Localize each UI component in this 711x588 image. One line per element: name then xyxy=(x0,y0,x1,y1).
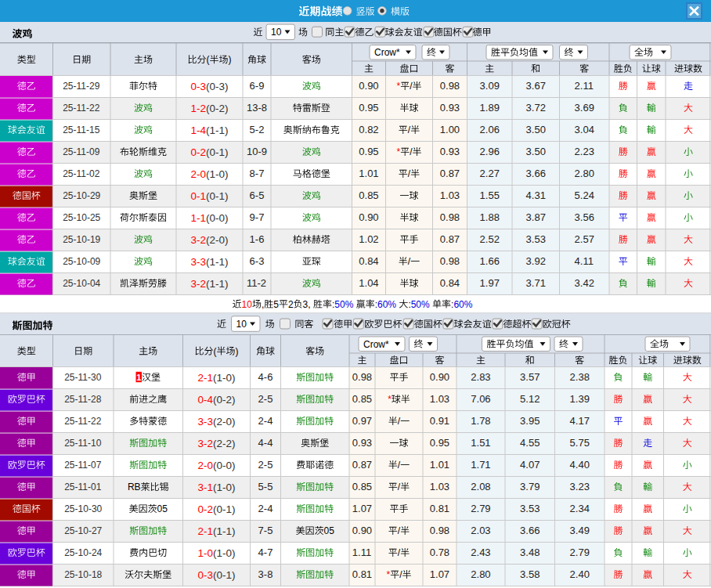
svg-text:0.82: 0.82 xyxy=(359,124,378,135)
svg-text:0.87: 0.87 xyxy=(440,168,460,179)
svg-text:(0-2): (0-2) xyxy=(206,103,229,114)
svg-text:(1-1): (1-1) xyxy=(206,124,229,136)
svg-text:2-0: 2-0 xyxy=(198,460,214,471)
svg-text:4.55: 4.55 xyxy=(520,437,540,449)
svg-text:2.40: 2.40 xyxy=(570,568,590,580)
svg-text:25-10-30: 25-10-30 xyxy=(64,503,102,514)
svg-text:(2-0): (2-0) xyxy=(206,234,229,246)
svg-text:0.85: 0.85 xyxy=(352,481,372,492)
svg-text:4-6: 4-6 xyxy=(258,371,273,383)
svg-text:0.95: 0.95 xyxy=(430,437,449,449)
svg-text:0.87: 0.87 xyxy=(352,459,372,471)
svg-text:2.43: 2.43 xyxy=(471,547,490,558)
svg-text:1-2: 1-2 xyxy=(191,103,207,114)
svg-text:6-9: 6-9 xyxy=(250,80,265,92)
svg-text:*: * xyxy=(397,81,401,92)
svg-text:0.84: 0.84 xyxy=(359,255,378,267)
svg-text:2-5: 2-5 xyxy=(258,459,273,471)
svg-text:4.07: 4.07 xyxy=(520,459,540,471)
svg-text:(0-1): (0-1) xyxy=(213,569,236,581)
svg-text:4.40: 4.40 xyxy=(570,459,590,471)
svg-text:0.95: 0.95 xyxy=(359,102,378,114)
svg-text:2.06: 2.06 xyxy=(480,124,500,135)
svg-text:3.58: 3.58 xyxy=(520,568,540,580)
svg-text:25-10-18: 25-10-18 xyxy=(64,569,102,580)
svg-text:25-11-29: 25-11-29 xyxy=(63,81,99,92)
svg-text:2-1: 2-1 xyxy=(198,525,214,537)
svg-text:1.07: 1.07 xyxy=(430,568,449,580)
svg-text:0.81: 0.81 xyxy=(430,503,449,514)
svg-text:3.79: 3.79 xyxy=(520,481,540,492)
svg-text:0-2: 0-2 xyxy=(191,146,207,158)
svg-text:3.67: 3.67 xyxy=(526,80,546,92)
svg-text:1.39: 1.39 xyxy=(570,393,590,405)
svg-text:3.87: 3.87 xyxy=(526,211,546,223)
svg-text:3-2: 3-2 xyxy=(191,278,207,290)
svg-text:3.92: 3.92 xyxy=(526,255,546,267)
svg-text:(: ( xyxy=(207,54,210,65)
svg-text:3-2: 3-2 xyxy=(191,234,207,246)
svg-text:3.49: 3.49 xyxy=(570,525,590,536)
svg-text:3.09: 3.09 xyxy=(480,80,500,92)
svg-text:0-3: 0-3 xyxy=(191,81,207,92)
svg-text:3,: 3, xyxy=(303,299,311,310)
svg-text:2.38: 2.38 xyxy=(570,371,590,383)
svg-text:3.71: 3.71 xyxy=(526,277,546,289)
svg-text:3.04: 3.04 xyxy=(575,124,594,135)
svg-text:5.24: 5.24 xyxy=(575,189,594,201)
svg-text:2.79: 2.79 xyxy=(570,547,590,558)
svg-text:1.03: 1.03 xyxy=(440,189,460,201)
svg-text:3-8: 3-8 xyxy=(258,568,273,580)
svg-text:25-10-29: 25-10-29 xyxy=(63,190,100,201)
svg-text:(0-0): (0-0) xyxy=(213,460,236,471)
svg-text:1-1: 1-1 xyxy=(191,212,207,224)
svg-text:0.90: 0.90 xyxy=(352,525,372,536)
svg-text:3.23: 3.23 xyxy=(570,481,590,492)
svg-text:3.50: 3.50 xyxy=(526,124,546,135)
svg-text:0.85: 0.85 xyxy=(352,393,372,405)
svg-text:1.04: 1.04 xyxy=(359,277,378,289)
svg-text:0.98: 0.98 xyxy=(430,525,449,536)
svg-text:25-11-28: 25-11-28 xyxy=(64,394,101,405)
svg-text:2.11: 2.11 xyxy=(575,80,594,92)
svg-text:0.98: 0.98 xyxy=(352,371,372,383)
svg-text:1.78: 1.78 xyxy=(471,415,490,427)
svg-text:1.02: 1.02 xyxy=(359,233,378,245)
svg-text:25-10-25: 25-10-25 xyxy=(63,212,100,223)
svg-text:4.11: 4.11 xyxy=(575,255,594,267)
svg-text:3-2: 3-2 xyxy=(198,438,214,449)
svg-text:0.97: 0.97 xyxy=(352,415,372,427)
svg-text:1-0: 1-0 xyxy=(198,547,214,559)
svg-text:(1-0): (1-0) xyxy=(213,482,236,493)
svg-text:1.01: 1.01 xyxy=(359,168,378,179)
svg-text:3.56: 3.56 xyxy=(575,211,594,223)
svg-text:0.84: 0.84 xyxy=(440,277,460,289)
svg-text:0.91: 0.91 xyxy=(430,415,449,427)
svg-text:25-11-02: 25-11-02 xyxy=(63,168,99,179)
svg-text:(: ( xyxy=(214,346,217,357)
svg-text:Crow*: Crow* xyxy=(363,339,389,350)
svg-text:(0-0): (0-0) xyxy=(206,212,229,224)
svg-text:(0-2): (0-2) xyxy=(213,394,236,406)
svg-text:3-3: 3-3 xyxy=(191,256,207,268)
svg-text:3.48: 3.48 xyxy=(520,547,540,558)
svg-text:7.06: 7.06 xyxy=(471,393,490,405)
svg-text:(1-0): (1-0) xyxy=(213,547,236,559)
svg-text:3.53: 3.53 xyxy=(520,503,540,514)
svg-text:(1-1): (1-1) xyxy=(206,256,229,268)
svg-text:60%: 60% xyxy=(453,299,472,310)
svg-text:0.98: 0.98 xyxy=(440,80,460,92)
svg-text:3.69: 3.69 xyxy=(575,102,594,114)
svg-text:05: 05 xyxy=(324,525,335,536)
svg-text:0.93: 0.93 xyxy=(352,437,372,449)
svg-text:5: 5 xyxy=(273,299,279,310)
svg-text:2-4: 2-4 xyxy=(258,503,273,514)
svg-text:(1-0): (1-0) xyxy=(213,372,236,384)
svg-text:1-6: 1-6 xyxy=(250,233,265,245)
svg-text:3.53: 3.53 xyxy=(526,233,546,245)
svg-text:1.88: 1.88 xyxy=(480,211,500,223)
svg-text:1.03: 1.03 xyxy=(430,481,449,492)
svg-text:25-10-24: 25-10-24 xyxy=(64,547,102,558)
svg-text:(1-1): (1-1) xyxy=(206,278,229,290)
svg-text:0-2: 0-2 xyxy=(198,503,214,515)
